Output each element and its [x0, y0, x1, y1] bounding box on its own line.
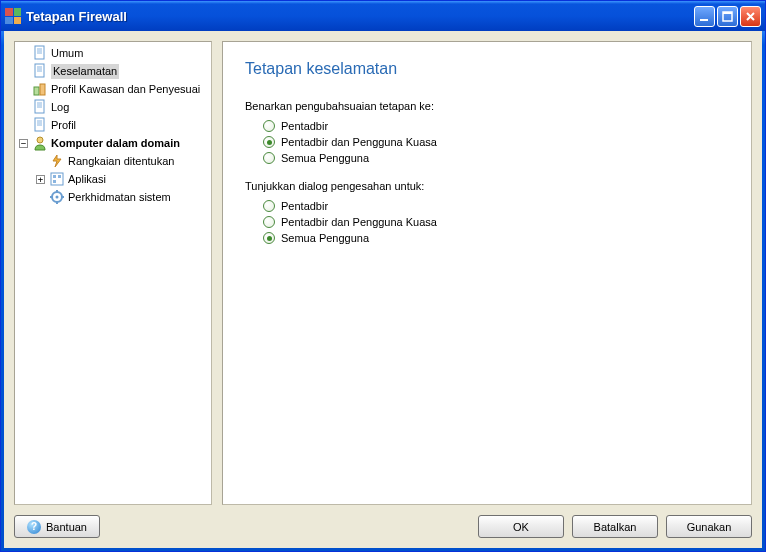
page-icon	[32, 117, 48, 133]
collapse-icon[interactable]: −	[19, 139, 28, 148]
network-icon	[49, 153, 65, 169]
sidebar-tree[interactable]: Umum Keselamatan Profil Kawasan dan Peny…	[14, 41, 212, 505]
radio-option-pentadbir-2[interactable]: Pentadbir	[263, 198, 729, 214]
close-button[interactable]	[740, 6, 761, 27]
app-window: Tetapan Firewall Umum	[0, 0, 766, 552]
page-icon	[32, 99, 48, 115]
content-panel: Tetapan keselamatan Benarkan pengubahsua…	[222, 41, 752, 505]
sidebar-item-label: Komputer dalam domain	[51, 136, 180, 151]
radio-icon	[263, 136, 275, 148]
sidebar-item-log[interactable]: Log	[17, 98, 209, 116]
cancel-button[interactable]: Batalkan	[572, 515, 658, 538]
sidebar-item-label: Profil Kawasan dan Penyesuai	[51, 82, 200, 97]
sidebar-item-profil-kawasan[interactable]: Profil Kawasan dan Penyesuai	[17, 80, 209, 98]
maximize-button[interactable]	[717, 6, 738, 27]
sidebar-item-umum[interactable]: Umum	[17, 44, 209, 62]
svg-rect-12	[40, 84, 45, 95]
sidebar-item-label: Keselamatan	[51, 64, 119, 79]
sidebar-item-label: Aplikasi	[68, 172, 106, 187]
sidebar-item-label: Perkhidmatan sistem	[68, 190, 171, 205]
radio-option-pentadbir-kuasa-2[interactable]: Pentadbir dan Pengguna Kuasa	[263, 214, 729, 230]
radio-icon	[263, 200, 275, 212]
svg-rect-25	[53, 180, 56, 183]
window-title: Tetapan Firewall	[26, 9, 694, 24]
app-icon	[5, 8, 21, 24]
zones-icon	[32, 81, 48, 97]
sidebar-item-label: Umum	[51, 46, 83, 61]
service-icon	[49, 189, 65, 205]
button-bar: ? Bantuan OK Batalkan Gunakan	[14, 505, 752, 538]
radio-label: Pentadbir	[281, 200, 328, 212]
ok-button[interactable]: OK	[478, 515, 564, 538]
radio-label: Semua Pengguna	[281, 232, 369, 244]
button-label: OK	[513, 521, 529, 533]
radio-label: Semua Pengguna	[281, 152, 369, 164]
svg-rect-22	[51, 173, 63, 185]
button-label: Bantuan	[46, 521, 87, 533]
sidebar-item-label: Log	[51, 100, 69, 115]
radio-label: Pentadbir	[281, 120, 328, 132]
button-label: Gunakan	[687, 521, 732, 533]
sidebar-item-komputer-domain[interactable]: − Komputer dalam domain	[17, 134, 209, 152]
radio-icon	[263, 232, 275, 244]
svg-rect-24	[58, 175, 61, 178]
sidebar-item-rangkaian[interactable]: Rangkaian ditentukan	[17, 152, 209, 170]
sidebar-item-profil[interactable]: Profil	[17, 116, 209, 134]
apply-button[interactable]: Gunakan	[666, 515, 752, 538]
radio-option-pentadbir-kuasa-1[interactable]: Pentadbir dan Pengguna Kuasa	[263, 134, 729, 150]
section-label-confirm: Tunjukkan dialog pengesahan untuk:	[245, 180, 729, 192]
svg-rect-23	[53, 175, 56, 178]
svg-rect-11	[34, 87, 39, 95]
minimize-button[interactable]	[694, 6, 715, 27]
help-button[interactable]: ? Bantuan	[14, 515, 100, 538]
sidebar-item-label: Profil	[51, 118, 76, 133]
radio-icon	[263, 120, 275, 132]
svg-point-27	[56, 196, 59, 199]
window-controls	[694, 6, 761, 27]
radio-option-pentadbir-1[interactable]: Pentadbir	[263, 118, 729, 134]
radio-group-confirm: Pentadbir Pentadbir dan Pengguna Kuasa S…	[245, 198, 729, 246]
sidebar-item-aplikasi[interactable]: + Aplikasi	[17, 170, 209, 188]
main-area: Umum Keselamatan Profil Kawasan dan Peny…	[14, 41, 752, 505]
page-title: Tetapan keselamatan	[245, 60, 729, 78]
titlebar[interactable]: Tetapan Firewall	[1, 1, 765, 31]
page-icon	[32, 45, 48, 61]
expand-icon[interactable]: +	[36, 175, 45, 184]
client-area: Umum Keselamatan Profil Kawasan dan Peny…	[4, 31, 762, 548]
sidebar-item-perkhidmatan[interactable]: Perkhidmatan sistem	[17, 188, 209, 206]
radio-group-modify: Pentadbir Pentadbir dan Pengguna Kuasa S…	[245, 118, 729, 166]
svg-point-21	[37, 137, 43, 143]
radio-label: Pentadbir dan Pengguna Kuasa	[281, 136, 437, 148]
sidebar-item-keselamatan[interactable]: Keselamatan	[17, 62, 209, 80]
button-label: Batalkan	[594, 521, 637, 533]
radio-option-semua-1[interactable]: Semua Pengguna	[263, 150, 729, 166]
sidebar-item-label: Rangkaian ditentukan	[68, 154, 174, 169]
app-list-icon	[49, 171, 65, 187]
radio-icon	[263, 152, 275, 164]
user-icon	[32, 135, 48, 151]
radio-label: Pentadbir dan Pengguna Kuasa	[281, 216, 437, 228]
page-icon	[32, 63, 48, 79]
radio-icon	[263, 216, 275, 228]
help-icon: ?	[27, 520, 41, 534]
svg-rect-0	[700, 19, 708, 21]
radio-option-semua-2[interactable]: Semua Pengguna	[263, 230, 729, 246]
svg-rect-2	[723, 12, 732, 14]
section-label-modify: Benarkan pengubahsuaian tetapan ke:	[245, 100, 729, 112]
